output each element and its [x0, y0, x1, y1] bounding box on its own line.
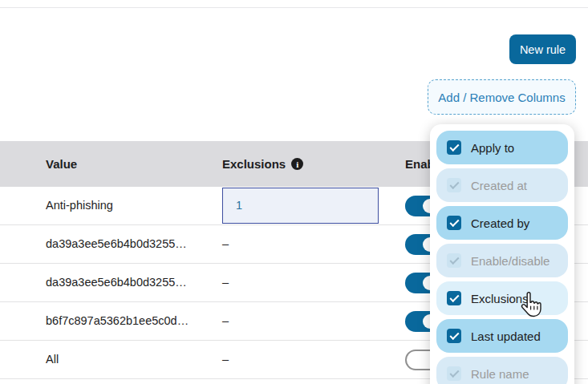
- new-rule-button[interactable]: New rule: [509, 34, 576, 64]
- top-divider: [0, 7, 588, 8]
- columns-menu-item[interactable]: Apply to: [436, 131, 568, 164]
- checkbox-icon: [447, 253, 461, 268]
- cell-value: All: [46, 341, 59, 378]
- columns-menu-item[interactable]: Exclusions: [436, 281, 568, 315]
- columns-menu-item: Created at: [436, 168, 568, 202]
- columns-menu-item: Rule name: [436, 357, 568, 384]
- cell-exclusions[interactable]: 1: [222, 188, 379, 224]
- columns-menu-item[interactable]: Last updated: [436, 319, 568, 353]
- cell-value: da39a3ee5e6b4b0d3255…: [46, 225, 187, 263]
- cell-exclusions: –: [222, 225, 229, 263]
- column-header-exclusions: Exclusions i: [222, 141, 303, 187]
- info-icon[interactable]: i: [291, 158, 303, 170]
- cell-value: Anti-phishing: [46, 187, 113, 224]
- checkbox-icon: [447, 329, 461, 343]
- checkbox-icon: [447, 216, 461, 230]
- columns-menu-item[interactable]: Created by: [436, 206, 568, 240]
- columns-menu-item: Enable/disable: [436, 244, 568, 277]
- columns-menu-item-label: Rule name: [471, 367, 529, 381]
- columns-menu-item-label: Exclusions: [471, 292, 529, 305]
- add-remove-columns-button[interactable]: Add / Remove Columns: [428, 79, 576, 115]
- columns-menu-item-label: Apply to: [471, 141, 514, 155]
- column-header-value: Value: [46, 141, 77, 187]
- cell-value: b6f7c897a5362b1ee5c0d…: [46, 302, 189, 340]
- rules-page: New rule Add / Remove Columns Value Excl…: [0, 0, 588, 384]
- columns-menu-item-label: Created by: [471, 216, 529, 230]
- checkbox-icon: [447, 140, 461, 155]
- cell-exclusions: –: [222, 341, 229, 378]
- columns-menu: Apply to Created at Created by Enable/di…: [430, 124, 574, 384]
- checkbox-icon: [447, 366, 461, 381]
- columns-menu-item-label: Last updated: [471, 329, 541, 343]
- cell-value: da39a3ee5e6b4b0d3255…: [46, 264, 187, 301]
- cell-exclusions: –: [222, 264, 229, 301]
- columns-menu-item-label: Created at: [471, 179, 527, 192]
- cell-exclusions: –: [222, 302, 229, 340]
- column-header-exclusions-label: Exclusions: [222, 157, 286, 171]
- checkbox-icon: [447, 291, 461, 305]
- checkbox-icon: [447, 178, 461, 192]
- columns-menu-item-label: Enable/disable: [471, 254, 549, 268]
